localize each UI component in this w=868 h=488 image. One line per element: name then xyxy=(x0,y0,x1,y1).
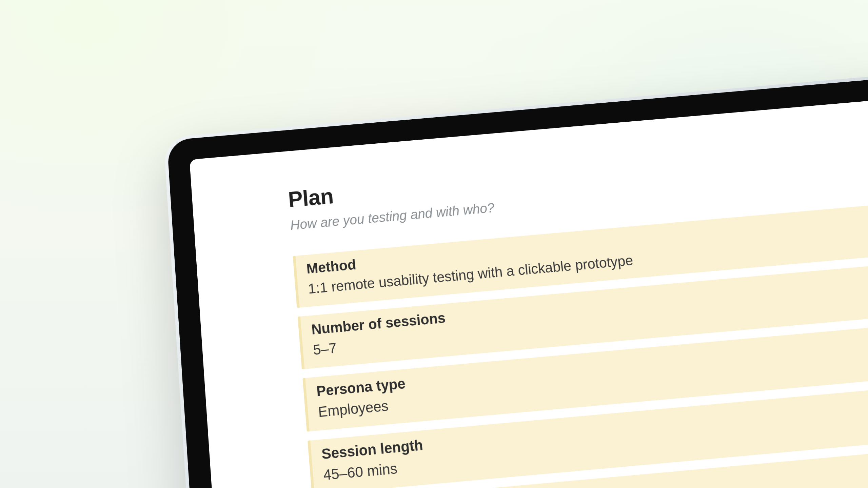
document-content: Plan How are you testing and with who? M… xyxy=(287,130,868,488)
perspective-scene: Plan How are you testing and with who? M… xyxy=(0,0,868,488)
tablet-device: Plan How are you testing and with who? M… xyxy=(163,65,868,488)
